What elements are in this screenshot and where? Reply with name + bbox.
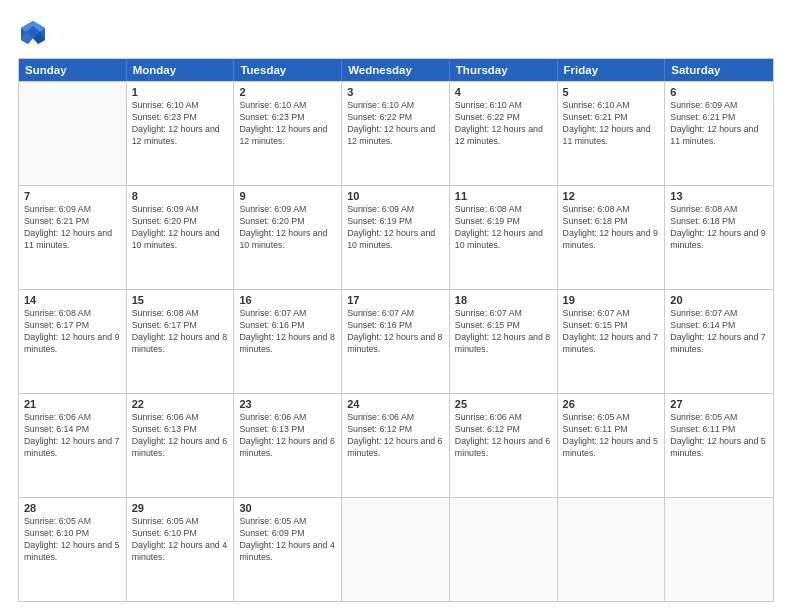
calendar-cell: 18Sunrise: 6:07 AM Sunset: 6:15 PM Dayli… bbox=[450, 290, 558, 393]
calendar-cell: 9Sunrise: 6:09 AM Sunset: 6:20 PM Daylig… bbox=[234, 186, 342, 289]
header-cell-saturday: Saturday bbox=[665, 59, 773, 81]
cell-info: Sunrise: 6:09 AM Sunset: 6:19 PM Dayligh… bbox=[347, 204, 444, 252]
calendar: SundayMondayTuesdayWednesdayThursdayFrid… bbox=[18, 58, 774, 602]
day-number: 24 bbox=[347, 398, 444, 410]
cell-info: Sunrise: 6:07 AM Sunset: 6:16 PM Dayligh… bbox=[239, 308, 336, 356]
day-number: 23 bbox=[239, 398, 336, 410]
calendar-cell bbox=[558, 498, 666, 601]
calendar-cell bbox=[450, 498, 558, 601]
cell-info: Sunrise: 6:08 AM Sunset: 6:17 PM Dayligh… bbox=[24, 308, 121, 356]
day-number: 11 bbox=[455, 190, 552, 202]
calendar-cell: 1Sunrise: 6:10 AM Sunset: 6:23 PM Daylig… bbox=[127, 82, 235, 185]
day-number: 4 bbox=[455, 86, 552, 98]
day-number: 9 bbox=[239, 190, 336, 202]
cell-info: Sunrise: 6:09 AM Sunset: 6:21 PM Dayligh… bbox=[670, 100, 768, 148]
header-cell-friday: Friday bbox=[558, 59, 666, 81]
calendar-row-4: 21Sunrise: 6:06 AM Sunset: 6:14 PM Dayli… bbox=[19, 393, 773, 497]
calendar-cell: 27Sunrise: 6:05 AM Sunset: 6:11 PM Dayli… bbox=[665, 394, 773, 497]
day-number: 28 bbox=[24, 502, 121, 514]
cell-info: Sunrise: 6:10 AM Sunset: 6:22 PM Dayligh… bbox=[455, 100, 552, 148]
day-number: 30 bbox=[239, 502, 336, 514]
cell-info: Sunrise: 6:08 AM Sunset: 6:19 PM Dayligh… bbox=[455, 204, 552, 252]
header-cell-tuesday: Tuesday bbox=[234, 59, 342, 81]
cell-info: Sunrise: 6:10 AM Sunset: 6:22 PM Dayligh… bbox=[347, 100, 444, 148]
calendar-cell: 11Sunrise: 6:08 AM Sunset: 6:19 PM Dayli… bbox=[450, 186, 558, 289]
calendar-cell: 22Sunrise: 6:06 AM Sunset: 6:13 PM Dayli… bbox=[127, 394, 235, 497]
day-number: 16 bbox=[239, 294, 336, 306]
day-number: 5 bbox=[563, 86, 660, 98]
day-number: 19 bbox=[563, 294, 660, 306]
day-number: 8 bbox=[132, 190, 229, 202]
cell-info: Sunrise: 6:05 AM Sunset: 6:10 PM Dayligh… bbox=[132, 516, 229, 564]
header-cell-sunday: Sunday bbox=[19, 59, 127, 81]
cell-info: Sunrise: 6:06 AM Sunset: 6:12 PM Dayligh… bbox=[455, 412, 552, 460]
cell-info: Sunrise: 6:05 AM Sunset: 6:11 PM Dayligh… bbox=[670, 412, 768, 460]
calendar-cell: 17Sunrise: 6:07 AM Sunset: 6:16 PM Dayli… bbox=[342, 290, 450, 393]
day-number: 12 bbox=[563, 190, 660, 202]
calendar-cell: 7Sunrise: 6:09 AM Sunset: 6:21 PM Daylig… bbox=[19, 186, 127, 289]
calendar-cell: 25Sunrise: 6:06 AM Sunset: 6:12 PM Dayli… bbox=[450, 394, 558, 497]
calendar-cell: 28Sunrise: 6:05 AM Sunset: 6:10 PM Dayli… bbox=[19, 498, 127, 601]
cell-info: Sunrise: 6:05 AM Sunset: 6:11 PM Dayligh… bbox=[563, 412, 660, 460]
calendar-body: 1Sunrise: 6:10 AM Sunset: 6:23 PM Daylig… bbox=[19, 81, 773, 601]
calendar-cell: 21Sunrise: 6:06 AM Sunset: 6:14 PM Dayli… bbox=[19, 394, 127, 497]
calendar-cell: 6Sunrise: 6:09 AM Sunset: 6:21 PM Daylig… bbox=[665, 82, 773, 185]
day-number: 15 bbox=[132, 294, 229, 306]
day-number: 25 bbox=[455, 398, 552, 410]
logo-icon bbox=[18, 18, 48, 48]
day-number: 7 bbox=[24, 190, 121, 202]
cell-info: Sunrise: 6:06 AM Sunset: 6:14 PM Dayligh… bbox=[24, 412, 121, 460]
day-number: 26 bbox=[563, 398, 660, 410]
calendar-cell: 29Sunrise: 6:05 AM Sunset: 6:10 PM Dayli… bbox=[127, 498, 235, 601]
day-number: 22 bbox=[132, 398, 229, 410]
cell-info: Sunrise: 6:05 AM Sunset: 6:10 PM Dayligh… bbox=[24, 516, 121, 564]
day-number: 29 bbox=[132, 502, 229, 514]
calendar-cell: 3Sunrise: 6:10 AM Sunset: 6:22 PM Daylig… bbox=[342, 82, 450, 185]
calendar-cell: 12Sunrise: 6:08 AM Sunset: 6:18 PM Dayli… bbox=[558, 186, 666, 289]
page-header bbox=[18, 18, 774, 48]
header-cell-wednesday: Wednesday bbox=[342, 59, 450, 81]
calendar-cell: 23Sunrise: 6:06 AM Sunset: 6:13 PM Dayli… bbox=[234, 394, 342, 497]
calendar-cell bbox=[665, 498, 773, 601]
day-number: 21 bbox=[24, 398, 121, 410]
cell-info: Sunrise: 6:07 AM Sunset: 6:15 PM Dayligh… bbox=[563, 308, 660, 356]
calendar-cell: 13Sunrise: 6:08 AM Sunset: 6:18 PM Dayli… bbox=[665, 186, 773, 289]
cell-info: Sunrise: 6:07 AM Sunset: 6:16 PM Dayligh… bbox=[347, 308, 444, 356]
cell-info: Sunrise: 6:10 AM Sunset: 6:23 PM Dayligh… bbox=[239, 100, 336, 148]
cell-info: Sunrise: 6:10 AM Sunset: 6:23 PM Dayligh… bbox=[132, 100, 229, 148]
calendar-cell: 4Sunrise: 6:10 AM Sunset: 6:22 PM Daylig… bbox=[450, 82, 558, 185]
cell-info: Sunrise: 6:06 AM Sunset: 6:13 PM Dayligh… bbox=[239, 412, 336, 460]
calendar-cell: 15Sunrise: 6:08 AM Sunset: 6:17 PM Dayli… bbox=[127, 290, 235, 393]
cell-info: Sunrise: 6:09 AM Sunset: 6:21 PM Dayligh… bbox=[24, 204, 121, 252]
day-number: 18 bbox=[455, 294, 552, 306]
day-number: 6 bbox=[670, 86, 768, 98]
calendar-cell bbox=[19, 82, 127, 185]
calendar-cell: 8Sunrise: 6:09 AM Sunset: 6:20 PM Daylig… bbox=[127, 186, 235, 289]
cell-info: Sunrise: 6:10 AM Sunset: 6:21 PM Dayligh… bbox=[563, 100, 660, 148]
logo bbox=[18, 18, 52, 48]
header-cell-thursday: Thursday bbox=[450, 59, 558, 81]
calendar-row-2: 7Sunrise: 6:09 AM Sunset: 6:21 PM Daylig… bbox=[19, 185, 773, 289]
calendar-cell bbox=[342, 498, 450, 601]
day-number: 2 bbox=[239, 86, 336, 98]
calendar-cell: 14Sunrise: 6:08 AM Sunset: 6:17 PM Dayli… bbox=[19, 290, 127, 393]
calendar-cell: 24Sunrise: 6:06 AM Sunset: 6:12 PM Dayli… bbox=[342, 394, 450, 497]
day-number: 3 bbox=[347, 86, 444, 98]
cell-info: Sunrise: 6:08 AM Sunset: 6:17 PM Dayligh… bbox=[132, 308, 229, 356]
day-number: 14 bbox=[24, 294, 121, 306]
cell-info: Sunrise: 6:05 AM Sunset: 6:09 PM Dayligh… bbox=[239, 516, 336, 564]
cell-info: Sunrise: 6:06 AM Sunset: 6:12 PM Dayligh… bbox=[347, 412, 444, 460]
calendar-cell: 5Sunrise: 6:10 AM Sunset: 6:21 PM Daylig… bbox=[558, 82, 666, 185]
cell-info: Sunrise: 6:08 AM Sunset: 6:18 PM Dayligh… bbox=[563, 204, 660, 252]
day-number: 13 bbox=[670, 190, 768, 202]
day-number: 27 bbox=[670, 398, 768, 410]
calendar-row-5: 28Sunrise: 6:05 AM Sunset: 6:10 PM Dayli… bbox=[19, 497, 773, 601]
calendar-cell: 16Sunrise: 6:07 AM Sunset: 6:16 PM Dayli… bbox=[234, 290, 342, 393]
day-number: 17 bbox=[347, 294, 444, 306]
calendar-row-3: 14Sunrise: 6:08 AM Sunset: 6:17 PM Dayli… bbox=[19, 289, 773, 393]
cell-info: Sunrise: 6:06 AM Sunset: 6:13 PM Dayligh… bbox=[132, 412, 229, 460]
calendar-row-1: 1Sunrise: 6:10 AM Sunset: 6:23 PM Daylig… bbox=[19, 81, 773, 185]
day-number: 20 bbox=[670, 294, 768, 306]
cell-info: Sunrise: 6:09 AM Sunset: 6:20 PM Dayligh… bbox=[239, 204, 336, 252]
cell-info: Sunrise: 6:08 AM Sunset: 6:18 PM Dayligh… bbox=[670, 204, 768, 252]
